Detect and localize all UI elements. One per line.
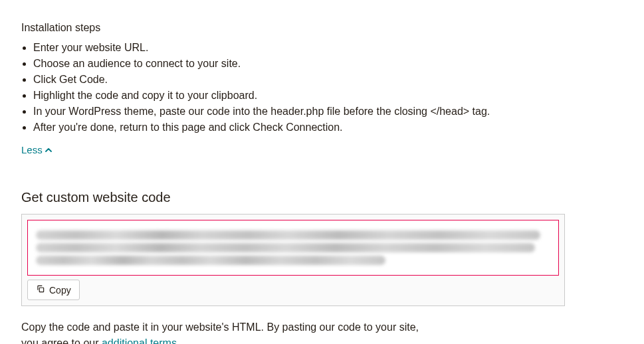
- code-section-title: Get custom website code: [21, 187, 623, 207]
- footer-line2-prefix: you agree to our: [21, 337, 102, 344]
- copy-button[interactable]: Copy: [27, 280, 80, 300]
- list-item: Highlight the code and copy it to your c…: [33, 88, 623, 104]
- installation-steps-list: Enter your website URL. Choose an audien…: [21, 40, 623, 135]
- less-label: Less: [21, 143, 43, 158]
- list-item: After you're done, return to this page a…: [33, 120, 623, 135]
- chevron-up-icon: [45, 143, 52, 158]
- copy-icon: [36, 284, 45, 296]
- footer-line1: Copy the code and paste it in your websi…: [21, 321, 419, 333]
- installation-heading: Installation steps: [21, 20, 623, 36]
- less-toggle[interactable]: Less: [21, 143, 52, 158]
- code-box: Copy: [21, 214, 565, 306]
- list-item: Choose an audience to connect to your si…: [33, 56, 623, 72]
- code-snippet-area[interactable]: [27, 220, 559, 276]
- svg-rect-0: [39, 288, 43, 292]
- blurred-code-line: [36, 256, 385, 265]
- footer-line2-suffix: .: [177, 337, 179, 344]
- blurred-code-line: [36, 230, 540, 240]
- list-item: In your WordPress theme, paste our code …: [33, 104, 623, 120]
- additional-terms-link[interactable]: additional terms: [102, 337, 177, 344]
- blurred-code-line: [36, 243, 535, 252]
- list-item: Click Get Code.: [33, 72, 623, 88]
- footer-note: Copy the code and paste it in your websi…: [21, 319, 486, 344]
- list-item: Enter your website URL.: [33, 40, 623, 56]
- installation-section: Installation steps Enter your website UR…: [21, 20, 623, 158]
- copy-label: Copy: [49, 285, 71, 296]
